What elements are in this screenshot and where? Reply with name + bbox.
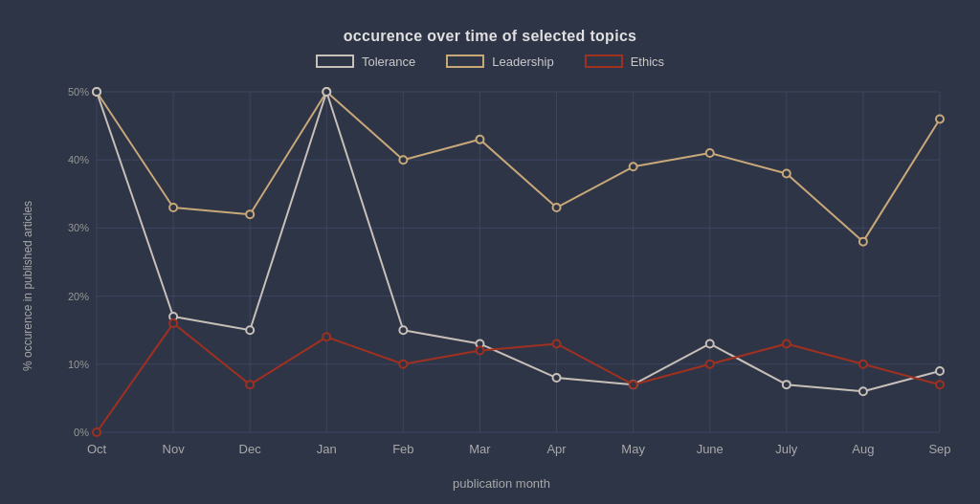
- svg-text:Jan: Jan: [317, 442, 337, 456]
- svg-point-69: [783, 340, 791, 347]
- svg-point-64: [399, 360, 407, 367]
- svg-text:50%: 50%: [68, 86, 89, 98]
- svg-point-48: [93, 88, 100, 96]
- svg-point-71: [936, 381, 944, 388]
- svg-point-65: [476, 346, 483, 354]
- chart-area: % occurence in published articles 0%10%2…: [21, 80, 959, 491]
- svg-point-63: [323, 333, 330, 340]
- svg-point-59: [936, 366, 944, 374]
- svg-point-50: [246, 326, 254, 334]
- svg-point-57: [783, 381, 791, 388]
- svg-text:10%: 10%: [68, 358, 89, 369]
- svg-text:Sep: Sep: [928, 442, 950, 456]
- svg-point-56: [706, 340, 714, 347]
- svg-point-66: [553, 340, 561, 347]
- svg-point-37: [169, 204, 177, 211]
- main-chart-svg: 0%10%20%30%40%50%OctNovDecJanFebMarAprMa…: [44, 80, 959, 472]
- svg-text:40%: 40%: [68, 154, 89, 165]
- svg-point-61: [169, 319, 177, 327]
- svg-text:30%: 30%: [68, 222, 89, 233]
- svg-point-47: [936, 115, 944, 122]
- svg-text:Oct: Oct: [87, 442, 107, 456]
- legend: Tolerance Leadership Ethics: [316, 55, 664, 69]
- svg-text:May: May: [621, 442, 645, 456]
- svg-point-40: [399, 156, 407, 164]
- svg-text:June: June: [697, 442, 724, 456]
- legend-item-leadership: Leadership: [446, 55, 553, 69]
- svg-text:Mar: Mar: [469, 442, 491, 456]
- svg-point-38: [246, 210, 254, 218]
- svg-point-58: [859, 387, 867, 395]
- svg-point-44: [706, 149, 714, 157]
- svg-text:Aug: Aug: [852, 442, 874, 456]
- svg-text:Feb: Feb: [392, 442, 413, 456]
- svg-text:Nov: Nov: [163, 442, 186, 456]
- legend-label-leadership: Leadership: [492, 55, 553, 69]
- svg-point-62: [246, 381, 254, 388]
- legend-item-ethics: Ethics: [585, 55, 664, 69]
- svg-text:Apr: Apr: [546, 442, 567, 456]
- svg-point-68: [706, 360, 714, 367]
- legend-label-tolerance: Tolerance: [362, 55, 415, 69]
- svg-point-52: [399, 326, 407, 334]
- svg-point-51: [323, 88, 330, 96]
- svg-point-60: [93, 428, 100, 436]
- legend-line-ethics: [585, 55, 623, 68]
- chart-inner: 0%10%20%30%40%50%OctNovDecJanFebMarAprMa…: [44, 80, 959, 491]
- legend-line-leadership: [446, 55, 484, 68]
- x-axis-label: publication month: [44, 476, 959, 491]
- svg-point-70: [859, 360, 867, 367]
- chart-container: occurence over time of selected topics T…: [21, 18, 959, 487]
- svg-point-43: [630, 163, 637, 170]
- legend-item-tolerance: Tolerance: [316, 55, 415, 69]
- legend-line-tolerance: [316, 55, 354, 68]
- svg-point-67: [630, 381, 637, 388]
- svg-text:20%: 20%: [68, 290, 89, 301]
- chart-title: occurence over time of selected topics: [344, 28, 637, 45]
- svg-text:0%: 0%: [74, 427, 89, 438]
- grid-and-plot: 0%10%20%30%40%50%OctNovDecJanFebMarAprMa…: [44, 80, 959, 472]
- y-axis-label: % occurence in published articles: [21, 80, 40, 491]
- svg-text:July: July: [775, 442, 798, 456]
- svg-text:Dec: Dec: [239, 442, 262, 456]
- svg-point-54: [553, 374, 561, 382]
- svg-point-42: [553, 204, 561, 211]
- svg-point-41: [476, 135, 483, 142]
- svg-point-46: [859, 237, 867, 245]
- svg-point-45: [783, 169, 791, 177]
- legend-label-ethics: Ethics: [631, 55, 664, 69]
